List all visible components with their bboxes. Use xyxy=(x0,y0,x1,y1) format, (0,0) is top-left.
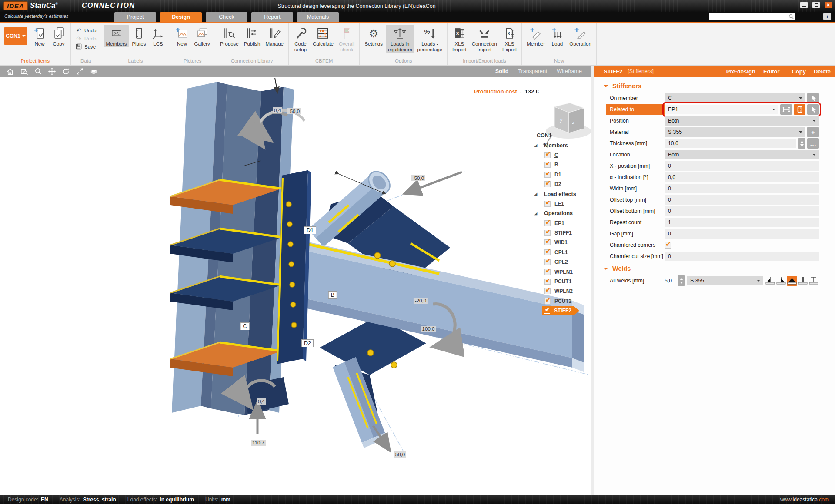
checkbox-checked-icon[interactable] xyxy=(544,249,551,255)
checkbox-checked-icon[interactable] xyxy=(544,279,551,285)
checkbox-checked-icon[interactable] xyxy=(544,298,551,304)
minimize-button[interactable] xyxy=(800,2,808,8)
related-to-dropdown[interactable]: EP1 xyxy=(665,105,778,114)
location-dropdown[interactable]: Both xyxy=(665,150,819,159)
pre-design-button[interactable]: Pre-design xyxy=(726,68,755,75)
publish-button[interactable]: Publish xyxy=(242,25,263,47)
repeat-count-input[interactable]: 1 xyxy=(665,218,819,227)
tree-item-member-d1[interactable]: D1 xyxy=(534,170,591,179)
redo-button[interactable]: ↷Redo xyxy=(73,35,98,43)
expander-icon[interactable]: ◢ xyxy=(534,143,540,147)
tree-item-ep1[interactable]: EP1 xyxy=(534,219,591,228)
tree-item-cpl2[interactable]: CPL2 xyxy=(534,257,591,267)
copy-operation-button[interactable]: Copy xyxy=(792,68,806,75)
tab-materials[interactable]: Materials xyxy=(297,12,339,22)
mode-solid[interactable]: Solid xyxy=(495,68,509,74)
checkbox-checked-icon[interactable] xyxy=(544,239,551,245)
checkbox-checked-icon[interactable] xyxy=(544,269,551,275)
select-plate-mode-button[interactable] xyxy=(794,104,805,115)
weld-butt-button[interactable] xyxy=(798,276,808,286)
pick-related-button[interactable] xyxy=(807,104,819,115)
label-member-b[interactable]: B xyxy=(328,291,337,299)
tab-check[interactable]: Check xyxy=(206,12,247,22)
fit-view-button[interactable] xyxy=(75,67,84,76)
xls-import-button[interactable]: X XLS Import xyxy=(450,25,469,53)
pick-member-button[interactable] xyxy=(807,93,819,103)
new-member-button[interactable]: Member xyxy=(524,25,547,47)
gap-input[interactable]: 0 xyxy=(665,229,819,239)
website-link[interactable]: www.ideastatica.com xyxy=(780,497,829,503)
tab-design[interactable]: Design xyxy=(160,12,202,22)
checkbox-checked-icon[interactable] xyxy=(544,172,551,178)
manage-button[interactable]: Manage xyxy=(263,25,286,47)
copy-project-item-button[interactable]: Copy xyxy=(50,25,68,47)
save-button[interactable]: Save xyxy=(73,43,98,51)
width-input[interactable]: 0 xyxy=(665,184,819,193)
weld-material-dropdown[interactable]: S 355 xyxy=(687,276,763,285)
tree-item-member-b[interactable]: B xyxy=(534,160,591,169)
inclination-input[interactable]: 0,0 xyxy=(665,172,819,182)
tree-item-le1[interactable]: LE1 xyxy=(534,199,591,209)
connection-import-button[interactable]: Connection Import xyxy=(470,25,499,53)
new-project-item-button[interactable]: New xyxy=(30,25,49,47)
new-picture-button[interactable]: New xyxy=(173,25,191,47)
thickness-input[interactable]: 10,0 xyxy=(665,139,796,148)
propose-button[interactable]: Propose xyxy=(218,25,241,47)
search-input[interactable] xyxy=(709,14,788,19)
chamfer-cut-input[interactable]: 0 xyxy=(665,252,819,261)
weld-fillet-left-button[interactable] xyxy=(765,276,775,286)
thickness-more-button[interactable]: … xyxy=(807,138,819,149)
on-member-dropdown[interactable]: C xyxy=(665,93,805,103)
undo-button[interactable]: ↶Undo xyxy=(73,27,98,34)
select-member-mode-button[interactable] xyxy=(780,104,792,115)
zoom-button[interactable] xyxy=(33,67,43,76)
x-position-input[interactable]: 0 xyxy=(665,161,819,171)
xls-export-button[interactable]: X XLS Export xyxy=(500,25,519,53)
tree-group-operations[interactable]: ◢Operations xyxy=(534,209,591,218)
checkbox-checked-icon[interactable] xyxy=(544,259,551,265)
offset-bottom-input[interactable]: 0 xyxy=(665,206,819,216)
rotate-button[interactable] xyxy=(61,67,70,76)
lcs-labels-button[interactable]: LCS xyxy=(149,25,167,47)
tree-group-load-effects[interactable]: ◢Load effects xyxy=(534,189,591,199)
maximize-button[interactable] xyxy=(812,2,820,8)
material-dropdown[interactable]: S 355 xyxy=(665,127,805,137)
chamfered-corners-checkbox[interactable] xyxy=(665,242,671,249)
search-box[interactable] xyxy=(709,13,795,20)
tree-item-stiff2-selected[interactable]: STIFF2 xyxy=(534,306,591,315)
loads-in-equilibrium-button[interactable]: Loads in equilibrium xyxy=(386,25,414,53)
tree-item-member-d2[interactable]: D2 xyxy=(534,179,591,189)
checkbox-checked-icon[interactable] xyxy=(544,152,551,158)
checkbox-checked-icon[interactable] xyxy=(544,308,550,314)
tree-item-stiff1[interactable]: STIFF1 xyxy=(534,228,591,238)
editor-button[interactable]: Editor xyxy=(763,68,780,75)
checkbox-checked-icon[interactable] xyxy=(544,181,551,187)
mode-wireframe[interactable]: Wireframe xyxy=(557,68,582,74)
gallery-button[interactable]: Gallery xyxy=(192,25,212,47)
weld-size-value[interactable]: 5,0 xyxy=(665,278,676,284)
tab-project[interactable]: Project xyxy=(114,12,156,22)
thickness-stepper[interactable] xyxy=(798,138,805,149)
code-setup-button[interactable]: Code setup xyxy=(291,25,310,53)
expander-icon[interactable]: ◢ xyxy=(534,192,540,196)
zoom-window-button[interactable] xyxy=(19,67,29,76)
members-labels-button[interactable]: Members xyxy=(104,25,129,47)
mode-transparent[interactable]: Transparent xyxy=(518,68,547,74)
section-stiffeners[interactable]: Stiffeners xyxy=(594,80,835,93)
label-member-d1[interactable]: D1 xyxy=(304,226,316,234)
loads-percentage-button[interactable]: % Loads - percentage xyxy=(415,25,445,53)
expander-icon[interactable]: ◢ xyxy=(534,212,540,216)
connection-selector[interactable]: CON1 xyxy=(4,27,27,45)
tree-item-pcut1[interactable]: PCUT1 xyxy=(534,277,591,286)
label-member-c[interactable]: C xyxy=(240,322,249,330)
new-operation-button[interactable]: Operation xyxy=(567,25,594,47)
weld-fillet-both-button[interactable] xyxy=(787,276,797,286)
close-button[interactable]: ✕ xyxy=(825,2,832,8)
tree-item-member-c[interactable]: C xyxy=(534,150,591,160)
tree-group-members[interactable]: ◢Members xyxy=(534,140,591,150)
tree-item-wid1[interactable]: WID1 xyxy=(534,238,591,247)
new-load-button[interactable]: Load xyxy=(548,25,566,47)
viewport-3d[interactable]: z y xyxy=(0,77,591,495)
tab-report[interactable]: Report xyxy=(251,12,293,22)
offset-top-input[interactable]: 0 xyxy=(665,195,819,205)
